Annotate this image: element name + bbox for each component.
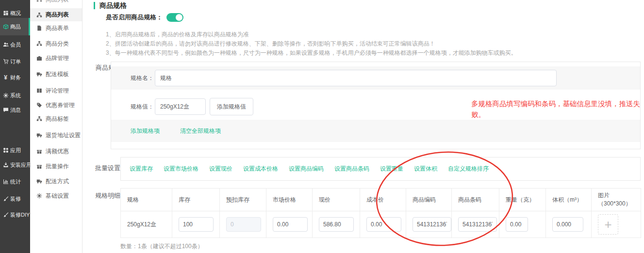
detail-section-label: 规格明细 [95, 191, 120, 200]
set-goods-barcode-link[interactable]: 设置商品条码 [334, 165, 369, 173]
sidebar-item-label: 订单 [10, 58, 21, 65]
stock-input[interactable] [179, 217, 214, 232]
set-goods-code-link[interactable]: 设置商品编码 [289, 165, 324, 173]
sidebar-item-fitment-diy[interactable]: 装修DIY [0, 210, 30, 219]
briefcase-icon [36, 55, 42, 61]
submenu-item-goods-tag[interactable]: 商品标签 [30, 114, 82, 124]
sidebar-item-overview[interactable]: 概况 [0, 9, 30, 17]
note-line: 3、每一种规格代表不同型号，例如颜色为一种规格，尺寸为一种规格，如果设置多规格，… [106, 48, 517, 58]
truck-icon [36, 71, 42, 77]
weight-input[interactable] [506, 217, 528, 232]
sidebar-item-orders[interactable]: 订单 [0, 57, 30, 66]
members-icon [2, 42, 9, 47]
sidebar-item-message[interactable]: 消息 [0, 106, 30, 114]
sidebar-item-label: 商品 [10, 23, 21, 31]
submenu-item-goods-list[interactable]: 商品列表 [30, 8, 82, 21]
col-cost-price: 成本价 [360, 189, 406, 211]
sidebar-item-label: 财务 [10, 74, 21, 81]
add-spec-value-button[interactable]: 添加规格值 [210, 98, 253, 115]
submenu-item-comment-management[interactable]: 评论管理 [30, 86, 82, 95]
sidebar-item-apps[interactable]: 应用 [0, 146, 30, 155]
sitemap-icon [36, 41, 42, 47]
main-sidebar: 概况 商品 会员 订单 ¥ 财务 系统 消息 应用 安装应用 统计 装修 [0, 0, 30, 253]
sidebar-item-system[interactable]: 系统 [0, 91, 30, 100]
pre-stock-input [226, 217, 261, 232]
spec-value-label: 规格值： [131, 103, 155, 111]
sidebar-item-label: 安装应用 [10, 161, 32, 169]
sidebar-item-install-apps[interactable]: 安装应用 [0, 160, 30, 169]
col-goods-code: 商品编码 [406, 189, 452, 211]
truck-icon [36, 132, 42, 138]
submenu-item-brand-management[interactable]: 品牌管理 [30, 53, 82, 63]
gear-icon [2, 93, 9, 98]
col-market-price: 市场价格 [266, 189, 313, 211]
submenu-item-batch-operation[interactable]: 批量操作 [30, 161, 82, 171]
annotation-text: 多规格商品填写编码和条码，基础信息里没填，推送失败。 [471, 98, 643, 120]
submenu-item-basic-settings[interactable]: 基础设置 [30, 191, 82, 201]
note-line: 2、拼团活动创建后的商品，请勿对该商品进行修改规格、下架、删除等操作，否则影响下… [106, 39, 517, 48]
submenu-item-goods-category[interactable]: 商品分类 [30, 39, 82, 48]
set-volume-link[interactable]: 设置体积 [414, 165, 437, 173]
cart-icon [2, 59, 9, 64]
col-image: 图片（300*300） [592, 189, 641, 211]
sidebar-item-fitment[interactable]: 装修 [0, 194, 30, 203]
table-row: 250gX12盒 + [121, 211, 641, 238]
custom-spec-sort-link[interactable]: 自定义规格排序 [448, 165, 489, 173]
sidebar-item-statistics[interactable]: 统计 [0, 177, 30, 186]
spec-value-input[interactable] [155, 98, 206, 115]
market-price-input[interactable] [273, 217, 308, 232]
submenu-item-full-discount[interactable]: 满额优惠 [30, 146, 82, 156]
spec-name-input[interactable] [155, 70, 557, 86]
gift-icon [36, 163, 42, 169]
sidebar-item-label: 装修DIY [10, 211, 30, 219]
set-price-link[interactable]: 设置现价 [209, 165, 232, 173]
add-spec-item-link[interactable]: 添加规格项 [131, 127, 160, 135]
col-price: 现价 [313, 189, 360, 211]
sidebar-item-label: 统计 [10, 178, 21, 186]
sidebar-item-members[interactable]: 会员 [0, 40, 30, 49]
image-upload-button[interactable]: + [598, 214, 618, 235]
col-spec: 规格 [121, 189, 172, 211]
sidebar-item-label: 系统 [10, 92, 21, 99]
price-input[interactable] [319, 217, 354, 232]
enable-spec-label: 是否启用商品规格： [106, 13, 163, 22]
goods-submenu: 商品列表 商品列表 商品表单 商品分类 品牌管理 配送模板 评论管理 优惠券管理… [30, 0, 83, 253]
brush-icon [2, 196, 9, 202]
bar-chart-icon [2, 179, 9, 185]
toggle-knob [176, 14, 182, 21]
col-volume: 体积（m³） [546, 189, 592, 211]
col-weight: 重量（克） [499, 189, 546, 211]
clear-spec-items-link[interactable]: 清空全部规格项 [180, 127, 221, 135]
set-stock-link[interactable]: 设置库存 [130, 165, 153, 173]
volume-input[interactable] [552, 217, 583, 232]
sidebar-item-finance[interactable]: ¥ 财务 [0, 73, 30, 82]
goods-barcode-input[interactable] [458, 217, 497, 232]
submenu-item-coupon-management[interactable]: 优惠券管理 [30, 100, 82, 110]
spec-name-label: 规格名： [131, 74, 155, 82]
page-title: 商品规格 [94, 2, 127, 9]
col-pre-stock: 预扣库存 [220, 189, 266, 211]
set-weight-link[interactable]: 设置重量 [380, 165, 403, 173]
gift-icon [36, 148, 42, 154]
sidebar-item-label: 消息 [10, 107, 21, 114]
sitemap-icon [36, 0, 42, 2]
submenu-item-delivery-template[interactable]: 配送模板 [30, 69, 82, 79]
tag-icon [36, 102, 42, 108]
sitemap-icon [36, 116, 42, 122]
submenu-item-delivery-method[interactable]: 配送方式 [30, 176, 82, 186]
dashboard-icon [2, 10, 9, 16]
submenu-item-return-address[interactable]: 退货地址设置 [30, 130, 82, 140]
goods-box-icon [2, 24, 9, 30]
submenu-item-goods-form[interactable]: 商品表单 [30, 23, 82, 33]
sidebar-item-label: 装修 [10, 195, 21, 203]
goods-code-input[interactable] [413, 217, 451, 232]
cost-price-input[interactable] [366, 217, 401, 232]
install-icon [2, 162, 9, 168]
book-icon [36, 88, 42, 94]
sidebar-item-goods[interactable]: 商品 [0, 18, 30, 35]
enable-spec-toggle[interactable] [166, 13, 183, 22]
sidebar-item-label: 概况 [10, 10, 21, 17]
set-cost-price-link[interactable]: 设置成本价格 [243, 165, 278, 173]
note-line: 1、启用商品规格后，商品的价格及库存以商品规格为准 [106, 30, 517, 39]
set-market-price-link[interactable]: 设置市场价格 [164, 165, 198, 173]
